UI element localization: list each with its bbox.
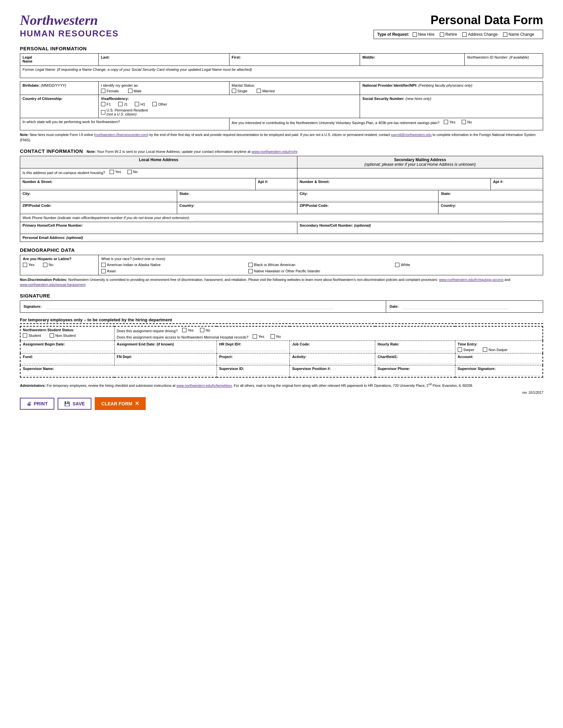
begin-date-input[interactable] xyxy=(23,346,112,351)
race-nhpi-checkbox[interactable] xyxy=(248,269,253,273)
name-change-checkbox[interactable] xyxy=(503,32,507,37)
secondary-phone-input[interactable] xyxy=(300,227,540,232)
hispanic-no-option[interactable]: No xyxy=(43,263,53,267)
student-option[interactable]: Student xyxy=(23,333,41,338)
hourly-input[interactable] xyxy=(378,346,452,351)
secondary-city-input[interactable] xyxy=(300,196,436,201)
hr-dept-input[interactable] xyxy=(219,346,287,351)
non-student-checkbox[interactable] xyxy=(50,333,54,338)
single-option[interactable]: Single xyxy=(232,89,248,93)
former-legal-input[interactable] xyxy=(26,71,337,76)
secondary-country-input[interactable] xyxy=(441,207,540,212)
single-checkbox[interactable] xyxy=(232,89,236,93)
other-option[interactable]: Other xyxy=(152,102,167,106)
supervisor-sig-input[interactable] xyxy=(458,371,540,376)
middle-name-input[interactable] xyxy=(362,59,462,64)
supervisor-pos-input[interactable] xyxy=(292,371,373,376)
primary-phone-input[interactable] xyxy=(23,227,295,232)
rehire-checkbox[interactable] xyxy=(440,32,444,37)
hospital-yes-checkbox[interactable] xyxy=(253,334,257,339)
work-state-input[interactable] xyxy=(23,124,227,128)
local-zip-input[interactable] xyxy=(23,207,174,212)
race-white-option[interactable]: White xyxy=(395,263,535,267)
save-button[interactable]: 💾 SAVE xyxy=(58,398,91,410)
name-change-option[interactable]: Name Change xyxy=(503,32,534,37)
female-checkbox[interactable] xyxy=(101,89,105,93)
savings-yes-checkbox[interactable] xyxy=(444,120,448,124)
payroll-link[interactable]: payroll@northwestern.edu xyxy=(391,133,432,137)
supervisor-name-input[interactable] xyxy=(23,371,214,376)
birthdate-input[interactable] xyxy=(23,87,96,92)
swiper-checkbox[interactable] xyxy=(458,347,462,352)
student-checkbox[interactable] xyxy=(23,333,27,338)
activity-input[interactable] xyxy=(292,359,373,364)
equlopp-link[interactable]: www.northwestern.edu/hr/equlopp-access xyxy=(439,278,503,282)
race-aian-checkbox[interactable] xyxy=(101,263,106,267)
supervisor-id-input[interactable] xyxy=(219,371,287,376)
perm-resident-option[interactable]: U.S. Permanent Resident(not a U.S. citiz… xyxy=(101,108,148,116)
non-student-option[interactable]: Non-Student xyxy=(50,333,76,338)
new-hire-option[interactable]: New Hire xyxy=(413,32,435,37)
nuid-input[interactable] xyxy=(467,59,540,64)
h1-checkbox[interactable] xyxy=(135,102,139,106)
npi-input[interactable] xyxy=(362,87,540,92)
secondary-street-input[interactable] xyxy=(300,184,488,189)
chartfield-input[interactable] xyxy=(378,359,452,364)
hospital-no-option[interactable]: No xyxy=(270,334,281,339)
local-street-input[interactable] xyxy=(23,184,253,189)
job-code-input[interactable] xyxy=(292,346,373,351)
female-option[interactable]: Female xyxy=(101,89,119,93)
date-input[interactable] xyxy=(403,304,508,309)
male-checkbox[interactable] xyxy=(128,89,132,93)
married-option[interactable]: Married xyxy=(257,89,274,93)
j1-checkbox[interactable] xyxy=(118,102,122,106)
clear-button[interactable]: CLEAR FORM ✕ xyxy=(95,397,146,410)
race-black-checkbox[interactable] xyxy=(248,263,253,267)
race-white-checkbox[interactable] xyxy=(395,263,399,267)
driving-yes-checkbox[interactable] xyxy=(182,328,186,332)
hispanic-yes-option[interactable]: Yes xyxy=(23,263,34,267)
perm-resident-checkbox[interactable] xyxy=(101,110,105,114)
race-nhpi-option[interactable]: Native Hawaiian or Other Pacific Islande… xyxy=(248,269,388,273)
print-button[interactable]: 🖨 PRINT xyxy=(20,398,54,410)
last-name-input[interactable] xyxy=(101,59,227,64)
new-hire-checkbox[interactable] xyxy=(413,32,417,37)
first-name-input[interactable] xyxy=(232,59,358,64)
race-black-option[interactable]: Black or African American xyxy=(248,263,388,267)
signature-input[interactable] xyxy=(46,304,333,309)
account-input[interactable] xyxy=(458,359,540,364)
project-input[interactable] xyxy=(219,359,287,364)
email-input[interactable] xyxy=(87,235,450,240)
address-change-option[interactable]: Address Change xyxy=(462,32,497,37)
supervisor-phone-input[interactable] xyxy=(378,371,452,376)
myhr-link[interactable]: www.northwestern.edu/myhr xyxy=(251,150,297,154)
driving-no-option[interactable]: No xyxy=(200,328,210,332)
citizenship-input[interactable] xyxy=(23,101,96,105)
secondary-state-input[interactable] xyxy=(441,196,540,201)
driving-yes-option[interactable]: Yes xyxy=(182,328,194,332)
non-swiper-checkbox[interactable] xyxy=(483,347,487,352)
end-date-input[interactable] xyxy=(117,346,214,351)
other-checkbox[interactable] xyxy=(152,102,157,106)
temphires-link[interactable]: www.northwestern.edu/hr/temphires xyxy=(176,384,232,387)
fn-dept-input[interactable] xyxy=(117,359,214,364)
hispanic-yes-checkbox[interactable] xyxy=(23,263,27,267)
j1-option[interactable]: J1 xyxy=(118,102,128,106)
h1-option[interactable]: H1 xyxy=(135,102,145,106)
local-apt-input[interactable] xyxy=(258,184,295,189)
sexual-harassment-link[interactable]: www.northwestern.edu/sexual-harassment xyxy=(20,283,85,287)
swiper-option[interactable]: Swiper xyxy=(458,347,475,352)
rehire-option[interactable]: Rehire xyxy=(440,32,457,37)
hispanic-no-checkbox[interactable] xyxy=(43,263,47,267)
secondary-apt-input[interactable] xyxy=(493,184,540,189)
non-swiper-option[interactable]: Non-Swiper xyxy=(483,347,507,352)
race-aian-option[interactable]: American Indian or Alaska Native xyxy=(101,263,241,267)
savings-no-option[interactable]: No xyxy=(462,120,472,124)
savings-no-checkbox[interactable] xyxy=(462,120,466,124)
housing-no-checkbox[interactable] xyxy=(127,170,132,174)
race-asian-option[interactable]: Asian xyxy=(101,269,241,273)
secondary-zip-input[interactable] xyxy=(300,207,436,212)
local-country-input[interactable] xyxy=(179,207,295,212)
housing-yes-checkbox[interactable] xyxy=(110,170,114,174)
f1-option[interactable]: F1 xyxy=(101,102,111,106)
